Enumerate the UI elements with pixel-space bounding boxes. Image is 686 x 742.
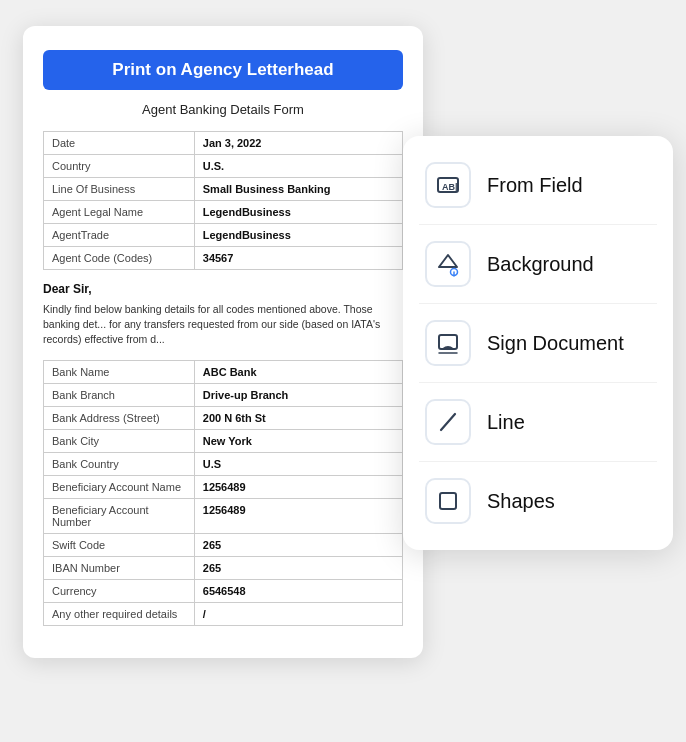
table-row: Bank BranchDrive-up Branch <box>44 383 403 406</box>
tool-label-sign-document: Sign Document <box>487 332 624 355</box>
svg-text:AB|: AB| <box>442 182 458 192</box>
tool-item-line[interactable]: Line <box>403 385 673 459</box>
table-row: Agent Legal NameLegendBusiness <box>44 201 403 224</box>
document-subtitle: Agent Banking Details Form <box>43 102 403 117</box>
document-title-banner: Print on Agency Letterhead <box>43 50 403 90</box>
tools-panel: AB| From Field Background Sign Document … <box>403 136 673 550</box>
table-row: Beneficiary Account Name1256489 <box>44 475 403 498</box>
tool-item-from-field[interactable]: AB| From Field <box>403 148 673 222</box>
tool-divider <box>419 461 657 462</box>
table-row: Bank NameABC Bank <box>44 360 403 383</box>
shapes-icon <box>425 478 471 524</box>
tool-label-from-field: From Field <box>487 174 583 197</box>
svg-rect-5 <box>440 493 456 509</box>
tool-divider <box>419 303 657 304</box>
tool-item-background[interactable]: Background <box>403 227 673 301</box>
svg-line-4 <box>441 414 455 430</box>
line-icon <box>425 399 471 445</box>
salutation: Dear Sir, <box>43 282 403 296</box>
bottom-table: Bank NameABC BankBank BranchDrive-up Bra… <box>43 360 403 626</box>
document-card: Print on Agency Letterhead Agent Banking… <box>23 26 423 658</box>
top-table: DateJan 3, 2022CountryU.S.Line Of Busine… <box>43 131 403 270</box>
table-row: Agent Code (Codes)34567 <box>44 247 403 270</box>
tool-item-shapes[interactable]: Shapes <box>403 464 673 538</box>
body-text: Kindly find below banking details for al… <box>43 302 403 348</box>
tool-item-sign-document[interactable]: Sign Document <box>403 306 673 380</box>
table-row: AgentTradeLegendBusiness <box>44 224 403 247</box>
table-row: Swift Code265 <box>44 533 403 556</box>
table-row: Bank Address (Street)200 N 6th St <box>44 406 403 429</box>
tool-label-line: Line <box>487 411 525 434</box>
sign-document-icon <box>425 320 471 366</box>
tool-label-shapes: Shapes <box>487 490 555 513</box>
tool-divider <box>419 224 657 225</box>
table-row: Line Of BusinessSmall Business Banking <box>44 178 403 201</box>
from-field-icon: AB| <box>425 162 471 208</box>
table-row: DateJan 3, 2022 <box>44 132 403 155</box>
background-icon <box>425 241 471 287</box>
table-row: Any other required details/ <box>44 602 403 625</box>
table-row: IBAN Number265 <box>44 556 403 579</box>
tool-divider <box>419 382 657 383</box>
main-container: Print on Agency Letterhead Agent Banking… <box>13 16 673 726</box>
table-row: Bank CountryU.S <box>44 452 403 475</box>
table-row: Beneficiary Account Number1256489 <box>44 498 403 533</box>
table-row: CountryU.S. <box>44 155 403 178</box>
tool-label-background: Background <box>487 253 594 276</box>
table-row: Bank CityNew York <box>44 429 403 452</box>
table-row: Currency6546548 <box>44 579 403 602</box>
